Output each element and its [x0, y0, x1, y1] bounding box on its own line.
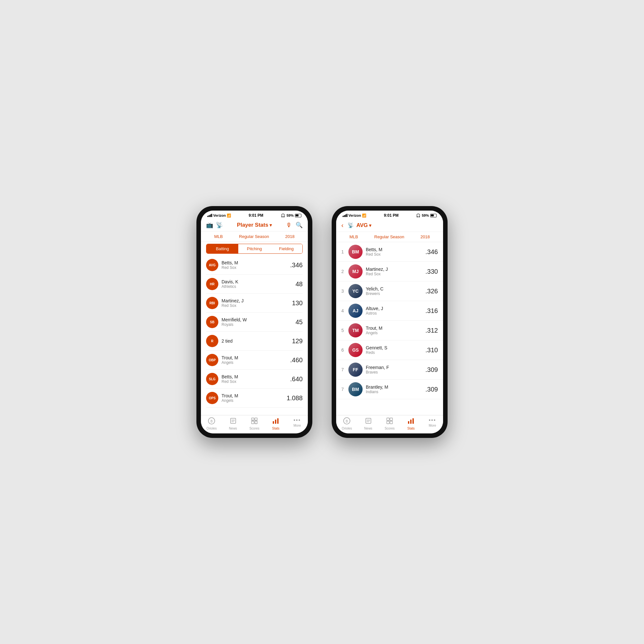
player-team: Reds	[366, 350, 425, 355]
player-team: Braves	[366, 370, 425, 374]
nav-news-r[interactable]: News	[357, 417, 379, 430]
stat-player-name: Martinez, J	[222, 298, 292, 303]
phone-right: Verizon 📶 9:01 PM 🎧 59% ‹ 📡 AVG	[332, 206, 448, 438]
title-text: Player Stats	[237, 222, 268, 228]
detail-row[interactable]: 4 AJ Altuve, J Astros .316	[336, 301, 443, 321]
stat-info: Betts, M Red Sox	[222, 374, 290, 384]
svg-rect-22	[387, 418, 389, 421]
nav-news-label-r: News	[364, 427, 372, 430]
rank-number: 5	[341, 328, 348, 333]
player-name: Yelich, C	[366, 286, 425, 291]
signal-icon	[207, 214, 212, 217]
stat-info: Trout, M Angels	[222, 355, 290, 365]
detail-title[interactable]: AVG ▾	[356, 222, 372, 229]
back-button[interactable]: ‹	[341, 222, 344, 229]
svg-rect-24	[387, 421, 389, 424]
nav-orioles-r[interactable]: B Orioles	[336, 417, 357, 430]
cast-icon[interactable]: 📡	[216, 222, 223, 229]
filter-season-r[interactable]: Regular Season	[374, 234, 404, 239]
stat-row[interactable]: HR Davis, K Athletics 48	[206, 275, 303, 294]
nav-stats-r[interactable]: Stats	[400, 417, 421, 430]
detail-row[interactable]: 5 TM Trout, M Angels .312	[336, 321, 443, 340]
detail-row[interactable]: 2 MJ Martinez, J Red Sox .330	[336, 262, 443, 281]
svg-rect-25	[390, 421, 393, 424]
filter-bar-left: MLB Regular Season 2018	[201, 232, 308, 242]
stat-info: Betts, M Red Sox	[222, 260, 290, 270]
tv-icon[interactable]: 📺	[206, 222, 213, 229]
wifi-icon: 📶	[227, 213, 231, 218]
nav-news[interactable]: News	[222, 417, 243, 430]
stat-badge: OPS	[206, 392, 218, 404]
detail-title-text: AVG	[356, 222, 368, 229]
player-info: Brantley, M Indians	[366, 384, 425, 394]
stat-value: 129	[292, 337, 303, 345]
nav-scores-r[interactable]: Scores	[379, 417, 400, 430]
svg-rect-26	[408, 421, 409, 424]
status-left-r: Verizon 📶	[343, 213, 366, 218]
svg-rect-13	[273, 421, 274, 424]
headphone-icon-r: 🎧	[416, 213, 421, 218]
tab-bar-left: Batting Pitching Fielding	[206, 244, 303, 254]
detail-row[interactable]: 7 BM Brantley, M Indians .309	[336, 380, 443, 399]
tab-batting[interactable]: Batting	[206, 244, 238, 253]
cast-icon-r[interactable]: 📡	[347, 222, 354, 228]
stat-player-team: Athletics	[222, 284, 296, 289]
nav-more[interactable]: ••• More	[287, 417, 308, 430]
stat-row[interactable]: AVG Betts, M Red Sox .346	[206, 256, 303, 275]
stat-row[interactable]: SLG Betts, M Red Sox .640	[206, 370, 303, 389]
player-stat-value: .316	[425, 307, 438, 315]
news-icon-r	[365, 417, 372, 426]
player-avatar: MJ	[348, 264, 363, 279]
svg-rect-23	[390, 418, 393, 421]
player-team: Astros	[366, 311, 425, 316]
search-icon[interactable]: 🔍	[296, 222, 303, 229]
svg-text:B: B	[211, 420, 213, 423]
nav-orioles[interactable]: B Orioles	[201, 417, 222, 430]
filter-year-r[interactable]: 2018	[421, 234, 430, 239]
header-left: 📺 📡	[206, 222, 223, 229]
rank-number: 3	[341, 289, 348, 294]
tab-fielding[interactable]: Fielding	[270, 244, 302, 253]
stat-badge: SLG	[206, 373, 218, 385]
stat-player-team: Angels	[222, 360, 290, 365]
stat-row[interactable]: SB Merrifield, W Royals 45	[206, 313, 303, 332]
detail-row[interactable]: 1 BM Betts, M Red Sox .346	[336, 242, 443, 262]
detail-row[interactable]: 7 FF Freeman, F Braves .309	[336, 360, 443, 380]
stat-row[interactable]: OBP Trout, M Angels .460	[206, 351, 303, 370]
rank-number: 6	[341, 347, 348, 353]
stat-player-team: Angels	[222, 398, 287, 403]
bottom-nav-right: B Orioles News Scores	[336, 415, 443, 433]
stat-row[interactable]: OPS Trout, M Angels 1.088	[206, 389, 303, 408]
detail-row[interactable]: 6 GS Gennett, S Reds .310	[336, 340, 443, 360]
nav-more-r[interactable]: ••• More	[422, 417, 443, 430]
chevron-icon: ▾	[270, 223, 272, 228]
player-stat-value: .310	[425, 346, 438, 354]
stat-row[interactable]: RBI Martinez, J Red Sox 130	[206, 294, 303, 313]
player-name: Martinez, J	[366, 267, 425, 272]
mic-icon[interactable]: 🎙	[286, 222, 292, 229]
player-info: Yelich, C Brewers	[366, 286, 425, 296]
stat-player-name: Betts, M	[222, 260, 290, 265]
carrier-label: Verizon	[213, 213, 226, 217]
player-stat-value: .346	[425, 248, 438, 256]
nav-orioles-label-r: Orioles	[342, 427, 352, 430]
player-team: Brewers	[366, 291, 425, 296]
stat-badge: SB	[206, 316, 218, 328]
player-team: Angels	[366, 331, 425, 335]
svg-text:H: H	[255, 419, 257, 421]
filter-year[interactable]: 2018	[285, 234, 295, 239]
filter-league-r[interactable]: MLB	[349, 234, 358, 239]
detail-list: 1 BM Betts, M Red Sox .346 2 MJ Martinez…	[336, 242, 443, 415]
filter-season[interactable]: Regular Season	[239, 234, 269, 239]
status-bar-left: Verizon 📶 9:01 PM 🎧 59%	[201, 211, 308, 219]
detail-row[interactable]: 3 YC Yelich, C Brewers .326	[336, 281, 443, 301]
nav-scores-label: Scores	[249, 427, 259, 430]
filter-league[interactable]: MLB	[214, 234, 223, 239]
stat-row[interactable]: R 2 tied 129	[206, 332, 303, 351]
svg-rect-15	[277, 418, 279, 424]
tab-pitching[interactable]: Pitching	[238, 244, 270, 253]
nav-stats[interactable]: Stats	[265, 417, 286, 430]
nav-scores[interactable]: RH E Scores	[244, 417, 265, 430]
player-avatar: AJ	[348, 304, 363, 318]
header-title[interactable]: Player Stats ▾	[237, 222, 272, 228]
